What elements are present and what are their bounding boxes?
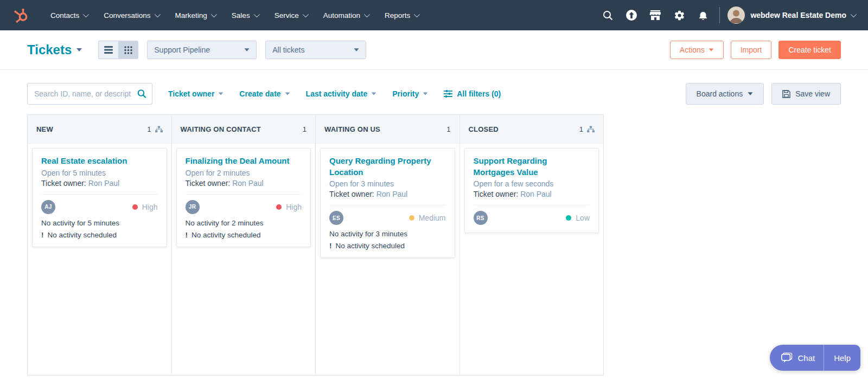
settings-gear-icon[interactable] — [667, 0, 691, 30]
column-header: WAITING ON US 1 — [316, 115, 459, 144]
priority-label: High — [286, 203, 302, 211]
search-input[interactable] — [27, 83, 152, 105]
filter-bar: Ticket owner Create date Last activity d… — [0, 70, 868, 114]
board-controls: Board actions Save view — [686, 83, 841, 105]
tickets-board: NEW 1 Real Estate escalation Open for 5 … — [27, 114, 604, 376]
column-name: CLOSED — [469, 125, 499, 133]
card-footer: JR High — [186, 200, 302, 214]
priority-dot-icon — [132, 204, 138, 210]
marketplace-icon[interactable] — [643, 0, 667, 30]
nav-right-controls: webdew Real Estate Demo — [596, 0, 855, 30]
card-footer: RS Low — [474, 211, 590, 225]
contact-avatar[interactable]: AJ — [41, 200, 55, 214]
hubspot-logo-icon[interactable] — [12, 6, 30, 24]
nav-item-label: Automation — [323, 11, 360, 20]
nav-item-service[interactable]: Service — [266, 0, 315, 30]
board-actions-button[interactable]: Board actions — [686, 83, 764, 105]
ticket-view-select-value: All tickets — [272, 46, 304, 54]
filter-label: Priority — [392, 89, 419, 98]
chat-button[interactable]: Chat — [770, 345, 824, 371]
ticket-title-link[interactable]: Query Regarding Property Location — [329, 156, 446, 178]
board-column-new: NEW 1 Real Estate escalation Open for 5 … — [28, 115, 172, 375]
filter-priority[interactable]: Priority — [392, 89, 428, 98]
account-menu[interactable]: webdew Real Estate Demo — [750, 11, 855, 20]
chevron-down-icon — [709, 48, 713, 51]
warning-exclamation-icon: ! — [329, 242, 332, 250]
filter-last-activity-date[interactable]: Last activity date — [306, 89, 377, 98]
ticket-owner-label: Ticket owner: — [41, 179, 86, 188]
contact-avatar[interactable]: RS — [474, 211, 488, 225]
chevron-down-icon — [219, 92, 224, 95]
priority-label: Low — [576, 214, 590, 222]
contact-avatar[interactable]: ES — [329, 211, 343, 225]
column-count: 1 — [303, 125, 307, 133]
card-divider — [329, 205, 446, 205]
board-column-waiting-on-contact: WAITING ON CONTACT 1 Finalizing the Deal… — [172, 115, 316, 375]
no-activity-scheduled: ! No activity scheduled — [41, 231, 158, 239]
ticket-open-duration: Open for 5 minutes — [41, 169, 158, 177]
chat-bubble-icon — [781, 352, 793, 363]
filter-create-date[interactable]: Create date — [239, 89, 290, 98]
ticket-card[interactable]: Query Regarding Property Location Open f… — [320, 148, 455, 258]
no-activity-text: No activity for 2 minutes — [186, 219, 302, 227]
ticket-title-link[interactable]: Real Estate escalation — [41, 156, 158, 167]
filter-label: Last activity date — [306, 89, 368, 98]
nav-item-label: Conversations — [104, 11, 150, 20]
ticket-owner-label: Ticket owner: — [474, 190, 519, 198]
card-divider — [41, 194, 158, 195]
nav-item-marketing[interactable]: Marketing — [167, 0, 224, 30]
ticket-title-link[interactable]: Support Regarding Mortgages Value — [474, 156, 590, 178]
board-actions-label: Board actions — [697, 89, 743, 98]
nav-item-label: Sales — [232, 11, 250, 20]
nav-item-reports[interactable]: Reports — [376, 0, 426, 30]
chevron-down-icon — [302, 11, 308, 17]
column-header: NEW 1 — [28, 115, 171, 144]
priority-label: Medium — [419, 214, 446, 222]
sitemap-icon[interactable] — [587, 126, 595, 133]
ticket-open-duration: Open for 3 minutes — [329, 179, 446, 188]
search-icon[interactable] — [137, 89, 146, 99]
help-button[interactable]: Help — [824, 345, 860, 371]
ticket-owner-name: Ron Paul — [88, 179, 120, 188]
nav-item-label: Service — [275, 11, 299, 20]
account-avatar[interactable] — [727, 7, 745, 24]
save-view-label: Save view — [795, 89, 830, 98]
nav-item-sales[interactable]: Sales — [224, 0, 266, 30]
notifications-bell-icon[interactable] — [691, 0, 715, 30]
import-button[interactable]: Import — [731, 41, 772, 59]
priority-label: High — [142, 203, 158, 211]
create-ticket-button[interactable]: Create ticket — [778, 41, 841, 59]
board-view-button[interactable] — [118, 41, 138, 59]
ticket-title-link[interactable]: Finalizing the Deal Amount — [186, 156, 302, 167]
chevron-down-icon — [253, 11, 259, 17]
page-title-dropdown[interactable]: Tickets — [27, 42, 82, 57]
nav-item-automation[interactable]: Automation — [315, 0, 376, 30]
ticket-view-select[interactable]: All tickets — [265, 41, 366, 59]
nav-item-conversations[interactable]: Conversations — [95, 0, 167, 30]
search-field-wrapper — [27, 83, 152, 105]
nav-item-contacts[interactable]: Contacts — [42, 0, 95, 30]
priority-badge: Medium — [409, 214, 446, 222]
filter-sliders-icon — [444, 90, 452, 98]
column-count: 1 — [147, 125, 151, 133]
priority-dot-icon — [409, 215, 414, 221]
filter-ticket-owner[interactable]: Ticket owner — [168, 89, 224, 98]
save-view-button[interactable]: Save view — [771, 83, 841, 105]
actions-button[interactable]: Actions — [670, 41, 724, 59]
ticket-card[interactable]: Real Estate escalation Open for 5 minute… — [32, 148, 167, 247]
upgrade-icon[interactable] — [620, 0, 643, 30]
all-filters-button[interactable]: All filters (0) — [444, 89, 501, 98]
ticket-card[interactable]: Finalizing the Deal Amount Open for 2 mi… — [176, 148, 311, 247]
ticket-card[interactable]: Support Regarding Mortgages Value Open f… — [464, 148, 599, 233]
pipeline-select[interactable]: Support Pipeline — [147, 41, 257, 59]
sitemap-icon[interactable] — [155, 126, 163, 133]
chat-label: Chat — [797, 353, 815, 363]
chevron-down-icon — [211, 11, 217, 17]
column-count: 1 — [579, 125, 583, 133]
contact-avatar[interactable]: JR — [186, 200, 200, 214]
help-label: Help — [834, 353, 851, 363]
page-header: Tickets Support Pipeline All tickets Act… — [0, 30, 868, 70]
list-view-button[interactable] — [98, 41, 118, 59]
search-icon[interactable] — [596, 0, 620, 30]
nav-item-label: Marketing — [175, 11, 207, 20]
